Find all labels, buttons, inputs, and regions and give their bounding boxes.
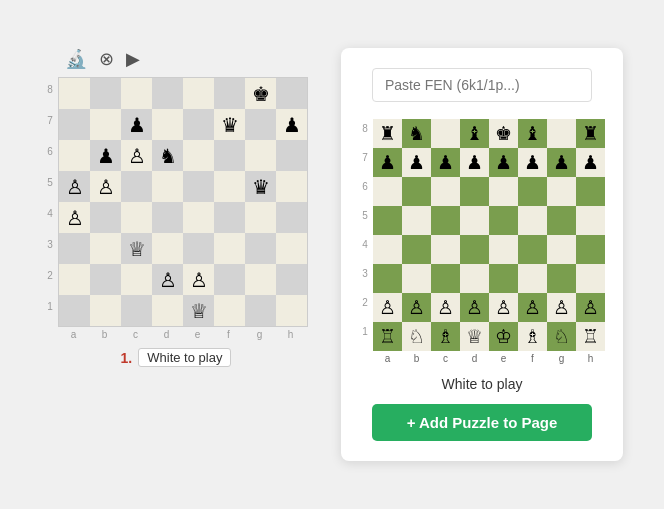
board-cell[interactable] (402, 177, 431, 206)
board-cell[interactable] (276, 171, 307, 202)
board-cell[interactable] (547, 235, 576, 264)
board-cell[interactable] (489, 177, 518, 206)
board-cell[interactable] (90, 295, 121, 326)
board-cell[interactable] (460, 235, 489, 264)
board-cell[interactable] (59, 295, 90, 326)
board-cell[interactable]: ♙ (152, 264, 183, 295)
board-cell[interactable]: ♜ (576, 119, 605, 148)
board-cell[interactable] (373, 264, 402, 293)
board-cell[interactable] (431, 264, 460, 293)
board-cell[interactable]: ♟ (276, 109, 307, 140)
board-cell[interactable] (373, 206, 402, 235)
board-cell[interactable] (431, 119, 460, 148)
board-cell[interactable] (90, 78, 121, 109)
board-cell[interactable] (276, 233, 307, 264)
board-cell[interactable] (90, 109, 121, 140)
board-cell[interactable] (121, 295, 152, 326)
board-cell[interactable] (59, 264, 90, 295)
board-cell[interactable] (214, 78, 245, 109)
board-cell[interactable]: ♞ (152, 140, 183, 171)
board-cell[interactable] (152, 233, 183, 264)
board-cell[interactable] (245, 109, 276, 140)
board-cell[interactable] (245, 233, 276, 264)
board-cell[interactable]: ♕ (121, 233, 152, 264)
board-cell[interactable] (373, 177, 402, 206)
board-cell[interactable] (460, 264, 489, 293)
board-cell[interactable] (276, 78, 307, 109)
board-cell[interactable]: ♟ (402, 148, 431, 177)
board-cell[interactable] (576, 235, 605, 264)
board-cell[interactable]: ♙ (431, 293, 460, 322)
board-cell[interactable] (276, 202, 307, 233)
board-cell[interactable]: ♙ (59, 171, 90, 202)
board-cell[interactable]: ♙ (402, 293, 431, 322)
board-cell[interactable]: ♗ (431, 322, 460, 351)
board-cell[interactable] (518, 264, 547, 293)
board-cell[interactable] (214, 202, 245, 233)
board-cell[interactable] (59, 140, 90, 171)
board-cell[interactable]: ♙ (183, 264, 214, 295)
board-cell[interactable] (431, 177, 460, 206)
board-cell[interactable]: ♜ (373, 119, 402, 148)
board-cell[interactable] (90, 264, 121, 295)
board-cell[interactable]: ♛ (214, 109, 245, 140)
board-cell[interactable] (518, 177, 547, 206)
board-cell[interactable] (547, 119, 576, 148)
board-cell[interactable]: ♖ (576, 322, 605, 351)
board-cell[interactable] (547, 206, 576, 235)
play-icon[interactable]: ▶ (126, 48, 140, 70)
board-cell[interactable]: ♞ (402, 119, 431, 148)
board-cell[interactable]: ♟ (489, 148, 518, 177)
board-cell[interactable]: ♗ (518, 322, 547, 351)
board-cell[interactable]: ♙ (59, 202, 90, 233)
board-cell[interactable] (576, 206, 605, 235)
board-cell[interactable] (276, 264, 307, 295)
add-puzzle-button[interactable]: + Add Puzzle to Page (372, 404, 592, 441)
board-cell[interactable] (152, 295, 183, 326)
board-cell[interactable] (214, 264, 245, 295)
board-cell[interactable] (489, 264, 518, 293)
board-cell[interactable] (276, 295, 307, 326)
board-cell[interactable] (183, 233, 214, 264)
board-cell[interactable]: ♙ (576, 293, 605, 322)
board-cell[interactable]: ♙ (460, 293, 489, 322)
board-cell[interactable]: ♛ (245, 171, 276, 202)
board-cell[interactable] (152, 109, 183, 140)
board-cell[interactable] (518, 235, 547, 264)
board-cell[interactable] (183, 171, 214, 202)
board-cell[interactable]: ♘ (402, 322, 431, 351)
board-cell[interactable] (489, 235, 518, 264)
board-cell[interactable]: ♟ (460, 148, 489, 177)
board-cell[interactable] (402, 264, 431, 293)
board-cell[interactable] (59, 233, 90, 264)
board-cell[interactable] (152, 171, 183, 202)
board-cell[interactable] (576, 177, 605, 206)
board-cell[interactable]: ♟ (547, 148, 576, 177)
board-cell[interactable]: ♝ (518, 119, 547, 148)
board-cell[interactable] (214, 140, 245, 171)
board-cell[interactable] (547, 264, 576, 293)
board-cell[interactable]: ♟ (518, 148, 547, 177)
board-cell[interactable] (460, 206, 489, 235)
board-cell[interactable] (518, 206, 547, 235)
board-cell[interactable] (90, 202, 121, 233)
board-cell[interactable] (121, 171, 152, 202)
board-cell[interactable]: ♟ (373, 148, 402, 177)
board-cell[interactable] (214, 171, 245, 202)
board-cell[interactable] (489, 206, 518, 235)
board-cell[interactable]: ♙ (121, 140, 152, 171)
board-cell[interactable]: ♟ (90, 140, 121, 171)
board-cell[interactable]: ♙ (547, 293, 576, 322)
board-cell[interactable] (402, 235, 431, 264)
board-cell[interactable]: ♙ (489, 293, 518, 322)
board-cell[interactable]: ♖ (373, 322, 402, 351)
board-cell[interactable] (183, 78, 214, 109)
board-cell[interactable] (214, 233, 245, 264)
board-cell[interactable]: ♝ (460, 119, 489, 148)
board-cell[interactable]: ♚ (489, 119, 518, 148)
board-cell[interactable]: ♚ (245, 78, 276, 109)
board-cell[interactable] (245, 140, 276, 171)
board-cell[interactable] (121, 78, 152, 109)
board-cell[interactable] (90, 233, 121, 264)
board-cell[interactable]: ♟ (576, 148, 605, 177)
